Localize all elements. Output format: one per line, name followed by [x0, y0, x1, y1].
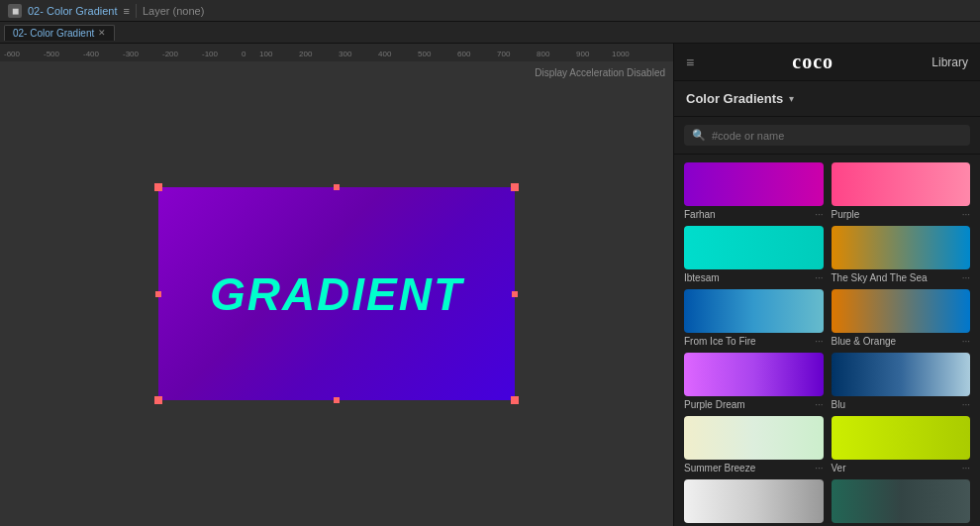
gradient-row: From Ice To Fire···Blue & Orange···	[684, 289, 970, 347]
svg-text:500: 500	[418, 50, 432, 58]
gradient-name: Ibtesam	[684, 272, 720, 283]
handle-bottom-mid[interactable]	[334, 397, 340, 403]
handle-top-mid[interactable]	[334, 184, 340, 190]
gradient-item[interactable]: Farhan···	[684, 162, 824, 220]
comp-menu-icon[interactable]: ≡	[124, 5, 130, 17]
gradient-more-button[interactable]: ···	[815, 399, 823, 410]
gradient-swatch	[832, 289, 971, 333]
gradient-more-button[interactable]: ···	[962, 336, 970, 347]
handle-mid-right[interactable]	[512, 291, 518, 297]
svg-text:400: 400	[378, 50, 392, 58]
gradient-swatch	[684, 289, 824, 333]
gradient-name: Blu	[832, 399, 845, 410]
gradient-item[interactable]: Blu···	[832, 353, 971, 410]
gradient-more-button[interactable]: ···	[962, 272, 970, 283]
gradient-item[interactable]: Ibtesam···	[684, 226, 824, 283]
gradient-swatch	[832, 479, 971, 523]
gradient-item[interactable]: Ver Black···	[684, 479, 824, 526]
gradient-swatch	[684, 226, 824, 269]
gradient-name: Purple Dream	[684, 399, 745, 410]
separator	[136, 4, 137, 18]
gradient-item[interactable]: Ver···	[832, 416, 971, 473]
svg-text:-300: -300	[123, 50, 140, 58]
gradient-name: Purple	[832, 209, 860, 220]
gradient-more-button[interactable]: ···	[815, 463, 823, 473]
gradient-item-footer: Ibtesam···	[684, 272, 824, 283]
gradient-item-footer: Blu···	[832, 399, 971, 410]
gradient-item[interactable]: The Sky And The Sea···	[832, 226, 971, 283]
gradient-swatch	[832, 353, 971, 396]
main-area: -600 -500 -400 -300 -200 -100 0 100 200 …	[0, 44, 980, 526]
ruler: -600 -500 -400 -300 -200 -100 0 100 200 …	[0, 44, 673, 61]
handle-bottom-right[interactable]	[511, 396, 519, 404]
handle-bottom-left[interactable]	[154, 396, 162, 404]
svg-rect-0	[0, 44, 673, 61]
gradient-item[interactable]: Anwar···	[832, 479, 971, 526]
gradient-more-button[interactable]: ···	[962, 209, 970, 220]
gradient-name: The Sky And The Sea	[832, 272, 928, 283]
svg-text:800: 800	[537, 50, 550, 58]
gradient-name: Farhan	[684, 209, 716, 220]
gradient-more-button[interactable]: ···	[962, 399, 970, 410]
handle-mid-left[interactable]	[155, 291, 161, 297]
gradient-name: From Ice To Fire	[684, 336, 756, 347]
svg-text:-600: -600	[4, 50, 21, 58]
gradient-grid: Farhan···Purple···Ibtesam···The Sky And …	[674, 155, 980, 526]
gradient-item[interactable]: From Ice To Fire···	[684, 289, 824, 347]
gradient-item-footer: Farhan···	[684, 209, 824, 220]
gradient-name: Ver	[832, 463, 846, 473]
comp-tab-close[interactable]: ✕	[98, 28, 106, 38]
panel-search-area: 🔍	[674, 117, 980, 155]
svg-text:100: 100	[259, 50, 273, 58]
gradient-item[interactable]: Blue & Orange···	[832, 289, 971, 347]
svg-text:200: 200	[299, 50, 313, 58]
comp-title: 02- Color Gradient	[28, 5, 118, 17]
svg-text:1000: 1000	[612, 50, 630, 58]
status-overlay: Display Acceleration Disabled	[535, 67, 665, 78]
layer-label: Layer (none)	[143, 5, 204, 17]
gradient-row: Purple Dream···Blu···	[684, 353, 970, 410]
svg-text:900: 900	[576, 50, 590, 58]
svg-text:-400: -400	[83, 50, 100, 58]
gradient-item-footer: Blue & Orange···	[832, 336, 971, 347]
chevron-down-icon[interactable]: ▾	[789, 93, 794, 104]
panel-top-bar: ≡ coco Library	[674, 44, 980, 81]
canvas-gradient-text: GRADIENT	[210, 267, 463, 321]
gradient-more-button[interactable]: ···	[962, 463, 970, 473]
canvas-area: -600 -500 -400 -300 -200 -100 0 100 200 …	[0, 44, 673, 526]
gradient-more-button[interactable]: ···	[815, 272, 823, 283]
gradient-row: Farhan···Purple···	[684, 162, 970, 220]
gradient-swatch	[684, 353, 824, 396]
svg-text:700: 700	[497, 50, 511, 58]
comp-icon: ◼	[8, 4, 22, 18]
gradient-more-button[interactable]: ···	[815, 209, 823, 220]
comp-tab-label: 02- Color Gradient	[13, 28, 94, 39]
library-button[interactable]: Library	[931, 55, 968, 69]
gradient-row: Ibtesam···The Sky And The Sea···	[684, 226, 970, 283]
top-bar: ◼ 02- Color Gradient ≡ Layer (none)	[0, 0, 980, 22]
gradient-canvas-object[interactable]: GRADIENT	[158, 187, 515, 400]
panel-logo: coco	[792, 51, 833, 73]
gradient-row: Ver Black···Anwar···	[684, 479, 970, 526]
comp-tab-bar: 02- Color Gradient ✕	[0, 22, 980, 44]
gradient-item-footer: Purple Dream···	[684, 399, 824, 410]
search-input-wrap: 🔍	[684, 125, 970, 146]
section-title: Color Gradients	[686, 91, 783, 106]
handle-top-left[interactable]	[154, 183, 162, 191]
gradient-item-footer: Purple···	[832, 209, 971, 220]
handle-top-right[interactable]	[511, 183, 519, 191]
gradient-row: Summer Breeze···Ver···	[684, 416, 970, 473]
svg-text:-200: -200	[162, 50, 179, 58]
gradient-item[interactable]: Summer Breeze···	[684, 416, 824, 473]
gradient-more-button[interactable]: ···	[815, 336, 823, 347]
gradient-item[interactable]: Purple Dream···	[684, 353, 824, 410]
comp-tab[interactable]: 02- Color Gradient ✕	[4, 25, 115, 41]
gradient-swatch	[684, 416, 824, 460]
gradient-swatch	[684, 479, 824, 523]
svg-text:0: 0	[242, 50, 246, 58]
panel-hamburger-icon[interactable]: ≡	[686, 54, 694, 70]
gradient-swatch	[832, 416, 971, 460]
search-input[interactable]	[712, 130, 962, 142]
gradient-item[interactable]: Purple···	[832, 162, 971, 220]
gradient-item-footer: Summer Breeze···	[684, 463, 824, 473]
